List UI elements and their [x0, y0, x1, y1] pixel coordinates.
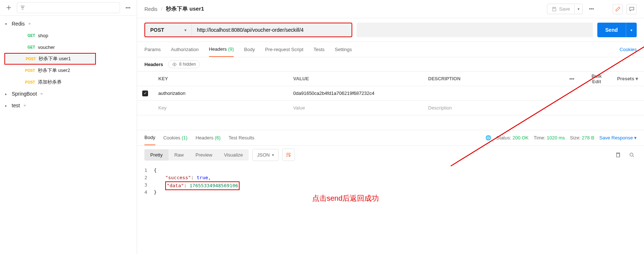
tab-count: (9)	[228, 46, 234, 52]
response-tabs: Body Cookies (1) Headers (6) Test Result…	[137, 130, 644, 146]
save-response-link[interactable]: Save Response ▾	[600, 135, 637, 141]
headers-label: Headers	[144, 62, 163, 67]
tab-label: Headers	[209, 46, 227, 52]
tab-tests[interactable]: Tests	[314, 42, 325, 57]
tab-authorization[interactable]: Authorization	[171, 42, 199, 57]
request-tabs: Params Authorization Headers (9) Body Pr…	[137, 42, 644, 57]
method-select[interactable]: POST▾	[145, 23, 192, 36]
json-code[interactable]: { "success": true, "data": 1765533494856…	[154, 167, 240, 196]
breadcrumb-root[interactable]: Redis	[144, 6, 158, 12]
method-badge: POST	[24, 80, 35, 84]
save-button[interactable]: Save	[547, 4, 574, 14]
method-badge: GET	[24, 45, 35, 49]
folder-label: Redis	[12, 21, 25, 27]
tab-settings[interactable]: Settings	[335, 42, 352, 57]
method-badge: POST	[24, 69, 35, 73]
table-row: ✓ authorization 0da91650ca2b4fd1a706219f…	[137, 86, 644, 101]
request-item[interactable]: POST添加秒杀券	[0, 76, 137, 88]
col-desc: DESCRIPTION	[423, 76, 562, 81]
wrap-icon[interactable]	[282, 149, 295, 161]
save-label: Save	[559, 6, 570, 12]
view-visualize[interactable]: Visualize	[218, 149, 249, 161]
request-label: voucher	[38, 45, 55, 50]
method-badge: GET	[24, 34, 35, 38]
sidebar-toolbar: •••	[0, 0, 137, 16]
table-header: KEY VALUE DESCRIPTION ••• Bulk Edit Pres…	[137, 72, 644, 86]
request-label: 秒杀下单 user2	[38, 67, 70, 74]
header-key-input[interactable]: Key	[153, 105, 288, 111]
request-item-active[interactable]: POST秒杀下单 user1	[4, 53, 96, 65]
breadcrumb-name: 秒杀下单 user1	[166, 5, 204, 12]
folder-label: test	[12, 103, 20, 108]
request-label: shop	[38, 33, 48, 38]
send-button[interactable]: Send	[597, 23, 626, 37]
resp-tab-tests[interactable]: Test Results	[229, 131, 255, 145]
team-icon: ⚭	[28, 21, 31, 26]
new-icon[interactable]	[4, 3, 14, 13]
copy-icon[interactable]	[613, 150, 623, 160]
request-item[interactable]: GETshop	[0, 30, 137, 41]
response-meta: 🌐 Status: 200 OK Time: 1020 ms Size: 278…	[485, 135, 637, 141]
header-value[interactable]: 0da91650ca2b4fd1a706219f687232c4	[288, 91, 423, 96]
presets-dropdown[interactable]: Presets ▾	[611, 76, 644, 81]
folder-label: SpringBoot	[12, 91, 37, 97]
status-value: 200 OK	[512, 135, 528, 141]
more-icon[interactable]: •••	[123, 3, 133, 13]
breadcrumb-bar: Redis / 秒杀下单 user1 Save ▾ •••	[137, 0, 644, 18]
header-value-input[interactable]: Value	[288, 105, 423, 111]
resp-tab-body[interactable]: Body	[144, 130, 155, 145]
send-dropdown[interactable]: ▾	[626, 23, 637, 37]
time-value: 1020 ms	[547, 135, 565, 141]
checkbox-checked[interactable]: ✓	[142, 91, 148, 96]
json-key: "success"	[165, 175, 191, 180]
request-item[interactable]: POST秒杀下单 user2	[0, 65, 137, 76]
col-key: KEY	[153, 76, 288, 81]
edit-icon[interactable]	[613, 4, 623, 14]
tab-prerequest[interactable]: Pre-request Script	[265, 42, 303, 57]
format-select[interactable]: JSON ▾	[252, 149, 279, 161]
more-icon[interactable]: •••	[562, 76, 582, 81]
header-desc-input[interactable]: Description	[423, 105, 562, 111]
hidden-headers-toggle[interactable]: 8 hidden	[168, 60, 200, 68]
size-value: 278 B	[582, 135, 594, 141]
folder-test[interactable]: ▸test⚭	[0, 100, 137, 111]
folder-redis[interactable]: ▾ Redis ⚭	[0, 18, 137, 30]
bulk-edit-link[interactable]: Bulk Edit	[582, 73, 611, 84]
filter-input[interactable]	[17, 2, 120, 13]
view-pretty[interactable]: Pretty	[144, 149, 168, 161]
svg-rect-0	[616, 153, 619, 157]
url-input[interactable]	[192, 27, 352, 33]
chevron-down-icon: ▾	[5, 22, 9, 26]
col-value: VALUE	[288, 76, 423, 81]
more-actions-icon[interactable]: •••	[586, 4, 597, 14]
json-val: true	[197, 175, 208, 180]
tab-params[interactable]: Params	[144, 42, 161, 57]
collection-tree: ▾ Redis ⚭ GETshop GETvoucher POST秒杀下单 us…	[0, 16, 137, 113]
comment-icon[interactable]	[626, 4, 637, 14]
tab-headers[interactable]: Headers (9)	[209, 42, 234, 57]
chevron-right-icon: ▸	[5, 92, 9, 96]
folder-springboot[interactable]: ▸SpringBoot⚭	[0, 88, 137, 100]
svg-point-1	[630, 153, 633, 156]
send-button-group: Send ▾	[597, 23, 637, 37]
main-panel: Redis / 秒杀下单 user1 Save ▾ ••• POST▾ Send…	[137, 0, 644, 254]
request-item[interactable]: GETvoucher	[0, 41, 137, 53]
cookies-link[interactable]: Cookies	[620, 42, 637, 57]
view-preview[interactable]: Preview	[190, 149, 218, 161]
view-raw[interactable]: Raw	[168, 149, 190, 161]
method-value: POST	[150, 27, 164, 33]
url-group: POST▾	[144, 23, 352, 37]
breadcrumb-sep: /	[161, 6, 163, 12]
resp-tab-cookies[interactable]: Cookies (1)	[163, 131, 187, 145]
table-row-new: Key Value Description	[137, 101, 644, 115]
url-bar: POST▾ Send ▾	[137, 18, 644, 42]
globe-icon[interactable]: 🌐	[485, 135, 491, 141]
save-dropdown[interactable]: ▾	[574, 5, 582, 13]
search-icon[interactable]	[626, 150, 637, 160]
response-panel: Body Cookies (1) Headers (6) Test Result…	[137, 130, 644, 199]
resp-tab-headers[interactable]: Headers (6)	[195, 131, 221, 145]
json-val: 17655334948569106	[190, 183, 238, 188]
header-key[interactable]: authorization	[153, 91, 288, 96]
team-icon: ⚭	[40, 91, 43, 96]
tab-body[interactable]: Body	[244, 42, 255, 57]
